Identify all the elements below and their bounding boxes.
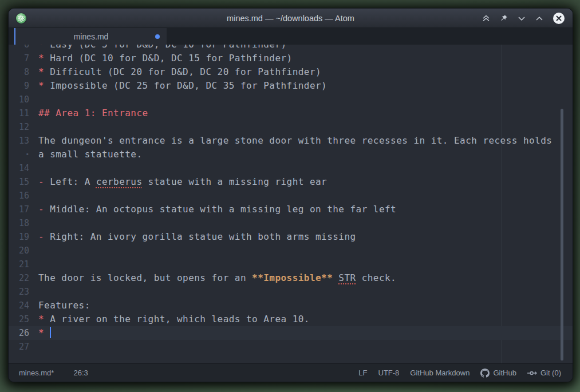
tab-bar: mines.md (9, 28, 573, 45)
line-number: 21 (9, 258, 38, 271)
editor-line[interactable]: 26* (9, 326, 573, 340)
editor-lines: 6* Easy (DC 5 for D&D, DC 10 for Pathfin… (9, 45, 573, 354)
status-git[interactable]: Git (0) (527, 369, 561, 377)
code-line-text: ## Area 1: Entrance (38, 106, 573, 120)
code-line-text: - Middle: An octopus statue with a missi… (38, 203, 573, 216)
modified-dot-icon[interactable] (155, 34, 160, 39)
editor-line[interactable]: 17- Middle: An octopus statue with a mis… (9, 203, 573, 216)
code-line-text: * A river on the right, which leads to A… (38, 312, 573, 326)
code-line-text: a small statuette. (38, 148, 573, 161)
atom-window: mines.md — ~/downloads — Atom (8, 8, 573, 382)
code-line-text: * Hard (DC 10 for D&D, DC 15 for Pathfin… (38, 52, 573, 65)
status-filename[interactable]: mines.md* (19, 369, 54, 377)
status-github-label: GitHub (493, 369, 516, 377)
line-number: 14 (9, 161, 38, 175)
editor-line[interactable]: 19- Right: An ivory gorilla statue with … (9, 230, 573, 244)
line-number: 25 (9, 312, 38, 326)
editor-line[interactable]: 15- Left: A cerberus statue with a missi… (9, 175, 573, 189)
code-line-text (38, 161, 573, 175)
editor-line[interactable]: •a small statuette. (9, 148, 573, 161)
line-number: 10 (9, 93, 38, 106)
desktop-background: mines.md — ~/downloads — Atom (0, 0, 580, 392)
code-line-text (38, 258, 573, 271)
code-line-text: - Left: A cerberus statue with a missing… (38, 175, 573, 189)
line-number: 22 (9, 271, 38, 285)
code-line-text (38, 93, 573, 106)
code-line-text: * (38, 326, 573, 340)
editor-line[interactable]: 21 (9, 258, 573, 271)
line-number: 9 (9, 79, 38, 93)
code-line-text (38, 340, 573, 354)
editor-line[interactable]: 18 (9, 216, 573, 230)
editor-line[interactable]: 13The dungeon's entrance is a large ston… (9, 134, 573, 148)
editor-line[interactable]: 10 (9, 93, 573, 106)
line-number: 27 (9, 340, 38, 354)
code-line-text: Features: (38, 299, 573, 312)
line-number: 8 (9, 65, 38, 79)
line-number: 19 (9, 230, 38, 244)
github-octocat-icon (480, 369, 490, 378)
status-github[interactable]: GitHub (480, 369, 516, 378)
code-line-text (38, 216, 573, 230)
editor-line[interactable]: 8* Difficult (DC 20 for D&D, DC 20 for P… (9, 65, 573, 79)
line-number: 16 (9, 189, 38, 203)
code-line-text: * Difficult (DC 20 for D&D, DC 20 for Pa… (38, 65, 573, 79)
wrapped-line-marker: • (9, 148, 38, 161)
code-line-text (38, 120, 573, 134)
window-controls (482, 12, 573, 25)
editor-line[interactable]: 24Features: (9, 299, 573, 312)
code-line-text: * Easy (DC 5 for D&D, DC 10 for Pathfind… (38, 45, 573, 52)
tab-mines-md[interactable]: mines.md (14, 28, 167, 45)
editor-line[interactable]: 23 (9, 285, 573, 299)
tab-label: mines.md (74, 32, 109, 41)
status-left: mines.md* 26:3 (19, 369, 88, 377)
status-cursor-position[interactable]: 26:3 (73, 369, 88, 377)
text-editor[interactable]: 6* Easy (DC 5 for D&D, DC 10 for Pathfin… (9, 45, 573, 363)
code-line-text (38, 244, 573, 258)
vertical-scrollbar[interactable] (561, 109, 563, 361)
editor-line[interactable]: 22The door is locked, but opens for an *… (9, 271, 573, 285)
line-number: 15 (9, 175, 38, 189)
editor-line[interactable]: 12 (9, 120, 573, 134)
editor-line[interactable]: 20 (9, 244, 573, 258)
status-right: LF UTF-8 GitHub Markdown GitHub (358, 369, 561, 378)
line-number: 26 (9, 326, 38, 340)
line-number: 24 (9, 299, 38, 312)
title-bar[interactable]: mines.md — ~/downloads — Atom (9, 9, 573, 28)
status-grammar[interactable]: GitHub Markdown (410, 369, 469, 377)
text-cursor (50, 327, 51, 338)
maximize-icon[interactable] (535, 14, 544, 23)
status-line-ending[interactable]: LF (358, 369, 367, 377)
status-git-label: Git (0) (540, 369, 561, 377)
line-number: 17 (9, 203, 38, 216)
line-number: 20 (9, 244, 38, 258)
line-number: 11 (9, 106, 38, 120)
editor-line[interactable]: 14 (9, 161, 573, 175)
pin-icon[interactable] (499, 14, 508, 23)
atom-logo-icon (16, 13, 26, 23)
code-line-text (38, 189, 573, 203)
editor-line[interactable]: 7* Hard (DC 10 for D&D, DC 15 for Pathfi… (9, 52, 573, 65)
line-number: 7 (9, 52, 38, 65)
code-line-text: - Right: An ivory gorilla statue with bo… (38, 230, 573, 244)
editor-line[interactable]: 11## Area 1: Entrance (9, 106, 573, 120)
status-encoding[interactable]: UTF-8 (378, 369, 400, 377)
keep-above-icon[interactable] (482, 14, 491, 23)
editor-line[interactable]: 9* Impossible (DC 25 for D&D, DC 35 for … (9, 79, 573, 93)
line-number: 12 (9, 120, 38, 134)
minimize-icon[interactable] (517, 14, 526, 23)
editor-line[interactable]: 27 (9, 340, 573, 354)
editor-line[interactable]: 25* A river on the right, which leads to… (9, 312, 573, 326)
code-line-text (38, 285, 573, 299)
line-number: 6 (9, 45, 38, 52)
line-number: 23 (9, 285, 38, 299)
close-icon[interactable] (553, 12, 565, 25)
code-line-text: The door is locked, but opens for an **I… (38, 271, 573, 285)
code-line-text: The dungeon's entrance is a large stone … (38, 134, 573, 148)
line-number: 18 (9, 216, 38, 230)
status-bar: mines.md* 26:3 LF UTF-8 GitHub Markdown … (9, 363, 573, 382)
editor-line[interactable]: 6* Easy (DC 5 for D&D, DC 10 for Pathfin… (9, 45, 573, 52)
editor-line[interactable]: 16 (9, 189, 573, 203)
code-line-text: * Impossible (DC 25 for D&D, DC 35 for P… (38, 79, 573, 93)
line-number: 13 (9, 134, 38, 148)
